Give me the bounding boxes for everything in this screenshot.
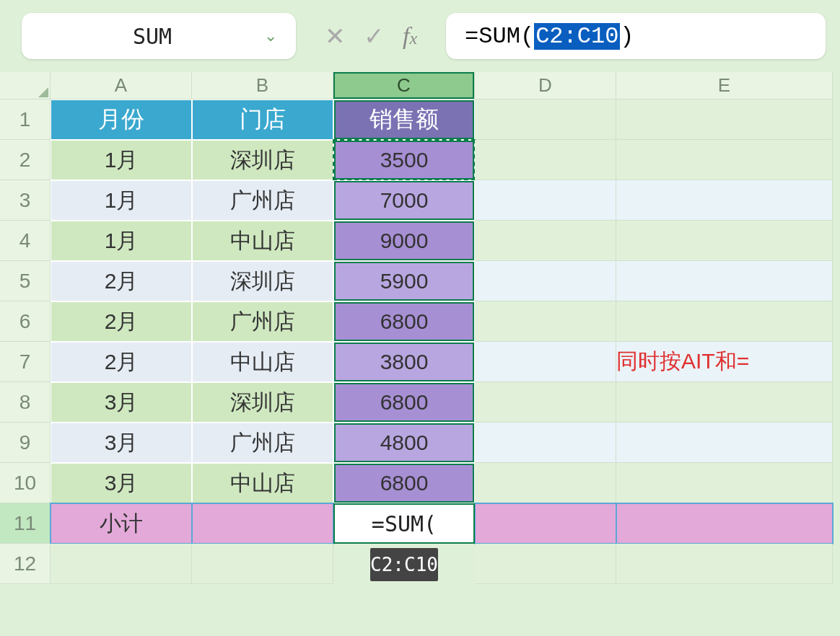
cell-D11[interactable] (475, 503, 616, 544)
formula-highlight: C2:C10 (534, 23, 620, 50)
cell-B5[interactable]: 深圳店 (192, 261, 333, 301)
cell-B10[interactable]: 中山店 (192, 463, 333, 503)
cell-E9[interactable] (616, 423, 833, 463)
cell-D10[interactable] (475, 463, 616, 503)
chevron-down-icon[interactable]: ⌄ (264, 27, 277, 45)
formula-prefix: =SUM( (465, 23, 534, 50)
cell-C12[interactable]: C2:C10 (333, 544, 475, 584)
fx-icon[interactable]: fx (403, 22, 417, 50)
row-header-11[interactable]: 11 (0, 503, 51, 544)
col-header-A[interactable]: A (51, 72, 192, 100)
cell-A8[interactable]: 3月 (51, 382, 192, 423)
formula-argument-tooltip: C2:C10 (370, 548, 438, 581)
cell-E4[interactable] (616, 221, 833, 261)
cell-A3[interactable]: 1月 (51, 180, 192, 221)
name-box-value: SUM (40, 24, 264, 49)
cell-C2[interactable]: 3500 (333, 140, 475, 180)
cell-C4[interactable]: 9000 (333, 221, 475, 261)
cell-C3[interactable]: 7000 (333, 180, 475, 221)
name-box[interactable]: SUM ⌄ (22, 13, 296, 59)
cell-B1[interactable]: 门店 (192, 100, 333, 140)
row-header-12[interactable]: 12 (0, 544, 51, 584)
formula-suffix: ) (620, 23, 634, 50)
cancel-icon[interactable]: ✕ (325, 22, 345, 50)
cell-D1[interactable] (475, 100, 616, 140)
cell-A11[interactable]: 小计 (51, 503, 192, 544)
cell-D7[interactable] (475, 342, 616, 382)
row-header-4[interactable]: 4 (0, 221, 51, 261)
cell-E12[interactable] (616, 544, 833, 584)
cell-B6[interactable]: 广州店 (192, 301, 333, 342)
cell-D8[interactable] (475, 382, 616, 423)
cell-D2[interactable] (475, 140, 616, 180)
formula-input[interactable]: =SUM(C2:C10) (446, 13, 826, 59)
cell-D4[interactable] (475, 221, 616, 261)
col-header-E[interactable]: E (616, 72, 833, 100)
cell-C11-active[interactable]: =SUM( (333, 503, 475, 544)
select-all-corner[interactable] (0, 72, 51, 100)
row-header-8[interactable]: 8 (0, 382, 51, 423)
cell-D5[interactable] (475, 261, 616, 301)
row-header-5[interactable]: 5 (0, 261, 51, 301)
cell-C8[interactable]: 6800 (333, 382, 475, 423)
col-header-D[interactable]: D (475, 72, 616, 100)
cell-E2[interactable] (616, 140, 833, 180)
cell-C1[interactable]: 销售额 (333, 100, 475, 140)
cell-D6[interactable] (475, 301, 616, 342)
cell-A10[interactable]: 3月 (51, 463, 192, 503)
cell-C5[interactable]: 5900 (333, 261, 475, 301)
cell-B2[interactable]: 深圳店 (192, 140, 333, 180)
cell-C7[interactable]: 3800 (333, 342, 475, 382)
row-header-3[interactable]: 3 (0, 180, 51, 221)
cell-B8[interactable]: 深圳店 (192, 382, 333, 423)
row-header-10[interactable]: 10 (0, 463, 51, 503)
row-header-7[interactable]: 7 (0, 342, 51, 382)
cell-A4[interactable]: 1月 (51, 221, 192, 261)
annotation-text: 同时按AIT和= (616, 342, 833, 382)
cell-E8[interactable] (616, 382, 833, 423)
cell-C10[interactable]: 6800 (333, 463, 475, 503)
row-header-6[interactable]: 6 (0, 301, 51, 342)
col-header-C[interactable]: C (333, 72, 475, 100)
row-header-9[interactable]: 9 (0, 423, 51, 463)
cell-B11[interactable] (192, 503, 333, 544)
cell-A5[interactable]: 2月 (51, 261, 192, 301)
cell-A6[interactable]: 2月 (51, 301, 192, 342)
cell-C9[interactable]: 4800 (333, 423, 475, 463)
row-header-1[interactable]: 1 (0, 100, 51, 140)
cell-A2[interactable]: 1月 (51, 140, 192, 180)
cell-E1[interactable] (616, 100, 833, 140)
cell-E3[interactable] (616, 180, 833, 221)
cell-E5[interactable] (616, 261, 833, 301)
cell-C6[interactable]: 6800 (333, 301, 475, 342)
cell-A9[interactable]: 3月 (51, 423, 192, 463)
cell-D12[interactable] (475, 544, 616, 584)
cell-A1[interactable]: 月份 (51, 100, 192, 140)
cell-D9[interactable] (475, 423, 616, 463)
cell-D3[interactable] (475, 180, 616, 221)
cell-B7[interactable]: 中山店 (192, 342, 333, 382)
corner-triangle-icon (38, 87, 48, 97)
col-header-B[interactable]: B (192, 72, 333, 100)
enter-icon[interactable]: ✓ (364, 22, 384, 50)
row-header-2[interactable]: 2 (0, 140, 51, 180)
cell-B9[interactable]: 广州店 (192, 423, 333, 463)
cell-B4[interactable]: 中山店 (192, 221, 333, 261)
cell-E10[interactable] (616, 463, 833, 503)
cell-B12[interactable] (192, 544, 333, 584)
formula-actions: ✕ ✓ fx (325, 22, 417, 50)
formula-bar: SUM ⌄ ✕ ✓ fx =SUM(C2:C10) (0, 0, 840, 72)
spreadsheet-grid: A B C D E 1 月份 门店 销售额 2 1月 深圳店 3500 3 1月… (0, 72, 840, 584)
cell-B3[interactable]: 广州店 (192, 180, 333, 221)
cell-E11[interactable] (616, 503, 833, 544)
cell-A12[interactable] (51, 544, 192, 584)
cell-E6[interactable] (616, 301, 833, 342)
cell-A7[interactable]: 2月 (51, 342, 192, 382)
